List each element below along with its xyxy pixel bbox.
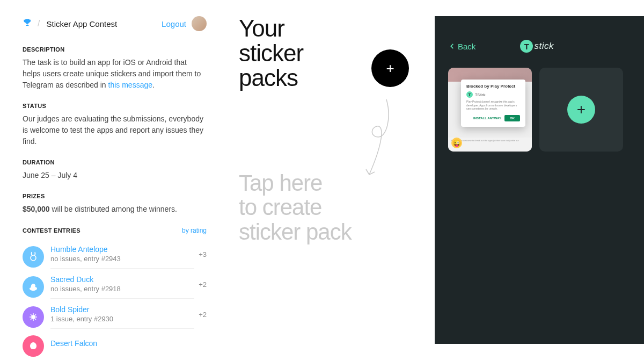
plus-icon: + bbox=[386, 60, 394, 77]
contest-header: / Sticker App Contest Logout bbox=[23, 16, 207, 31]
this-message-link[interactable]: this message bbox=[108, 81, 152, 89]
description-text-suffix: . bbox=[152, 81, 155, 89]
tap-hint-l1: Tap here bbox=[239, 171, 352, 195]
list-item[interactable]: Sacred Duck no issues, entry #2918 +2 bbox=[23, 272, 207, 302]
svg-point-1 bbox=[32, 315, 35, 319]
install-anyway-button[interactable]: INSTALL ANYWAY bbox=[473, 117, 501, 120]
status-body: Our judges are evaluating the submission… bbox=[23, 113, 207, 147]
trophy-icon bbox=[23, 18, 32, 30]
entry-score: +2 bbox=[199, 311, 207, 324]
packs-heading-l1: Your bbox=[239, 16, 424, 41]
svg-point-0 bbox=[31, 255, 36, 261]
section-title-prizes: PRIZES bbox=[23, 193, 207, 199]
entry-icon-antelope bbox=[23, 246, 44, 268]
duration-body: June 25 – July 4 bbox=[23, 170, 207, 181]
entry-meta: 1 issue, entry #2930 bbox=[50, 315, 194, 323]
arrow-icon bbox=[360, 97, 402, 177]
description-body: The task is to build an app for iOS or A… bbox=[23, 57, 207, 91]
prizes-text: will be distributed among the winners. bbox=[50, 205, 177, 213]
section-title-entries: CONTEST ENTRIES bbox=[23, 227, 80, 234]
avatar[interactable] bbox=[192, 16, 207, 31]
entry-name[interactable]: Humble Antelope bbox=[50, 245, 194, 254]
logout-link[interactable]: Logout bbox=[162, 19, 186, 28]
plus-circle-icon: + bbox=[567, 96, 595, 124]
play-protect-dialog: Blocked by Play Protect T TStick Play Pr… bbox=[461, 80, 525, 127]
section-title-status: STATUS bbox=[23, 103, 207, 109]
add-pack-card[interactable]: + bbox=[539, 68, 623, 152]
entry-name[interactable]: Desert Falcon bbox=[50, 339, 207, 348]
pack-card[interactable]: Blocked by Play Protect T TStick Play Pr… bbox=[448, 68, 532, 152]
list-item[interactable]: Bold Spider 1 issue, entry #2930 +2 bbox=[23, 302, 207, 332]
logo-text: stick bbox=[534, 41, 554, 52]
add-pack-button[interactable]: + bbox=[371, 49, 409, 87]
tap-hint-l3: sticker pack bbox=[239, 220, 352, 244]
ok-button[interactable]: OK bbox=[504, 115, 520, 121]
list-item[interactable]: Humble Antelope no issues, entry #2943 +… bbox=[23, 242, 207, 272]
dialog-description: Play Protect doesn't recognize this app'… bbox=[466, 100, 520, 111]
section-title-description: DESCRIPTION bbox=[23, 46, 207, 53]
dialog-title: Blocked by Play Protect bbox=[466, 84, 520, 89]
sort-by-rating[interactable]: by rating bbox=[182, 227, 207, 234]
prizes-amount: $50,000 bbox=[23, 205, 50, 213]
entry-score: +2 bbox=[199, 280, 207, 294]
entry-score: +3 bbox=[199, 250, 207, 264]
prizes-body: $50,000 will be distributed among the wi… bbox=[23, 204, 207, 215]
app-logo: T stick bbox=[443, 40, 631, 53]
entry-name[interactable]: Bold Spider bbox=[50, 305, 194, 314]
section-title-duration: DURATION bbox=[23, 159, 207, 165]
entry-icon-spider bbox=[23, 306, 44, 328]
page-title[interactable]: Sticker App Contest bbox=[46, 19, 117, 28]
dialog-app-icon: T bbox=[466, 91, 473, 98]
breadcrumb-separator: / bbox=[38, 19, 40, 28]
dialog-app-name: TStick bbox=[475, 93, 485, 97]
entry-icon-falcon bbox=[23, 335, 44, 357]
emoji-badge-icon: 😜 bbox=[451, 138, 462, 148]
entry-meta: no issues, entry #2943 bbox=[50, 255, 194, 263]
logo-circle-icon: T bbox=[520, 40, 533, 53]
tap-hint-l2: to create bbox=[239, 195, 352, 219]
entry-meta: no issues, entry #2918 bbox=[50, 285, 194, 293]
tap-hint: Tap here to create sticker pack bbox=[239, 171, 352, 244]
entry-name[interactable]: Sacred Duck bbox=[50, 275, 194, 284]
entry-icon-duck bbox=[23, 276, 44, 298]
list-item[interactable]: Desert Falcon bbox=[23, 332, 207, 360]
